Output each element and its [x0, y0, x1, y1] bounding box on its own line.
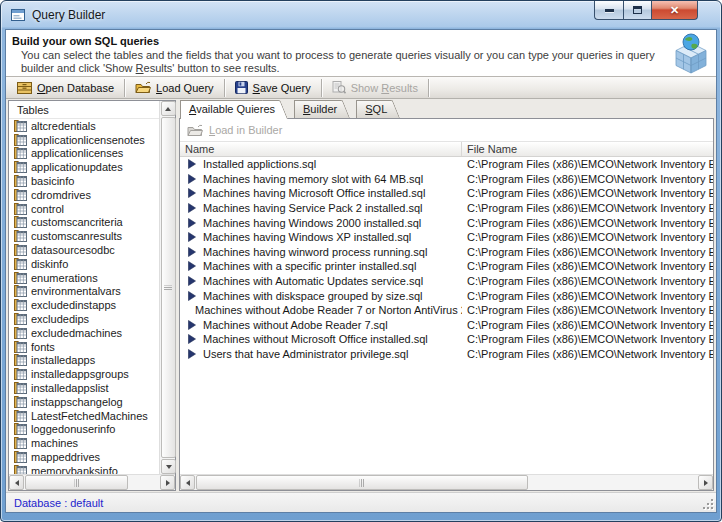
table-list-item[interactable]: control — [9, 202, 159, 216]
table-list-item[interactable]: applicationupdates — [9, 160, 159, 174]
resize-grip[interactable] — [701, 497, 713, 509]
query-row[interactable]: Machines having winword process running.… — [180, 245, 713, 260]
query-row[interactable]: Machines without Adobe Reader 7 or Norto… — [180, 303, 713, 318]
table-icon — [14, 230, 27, 242]
sidebar-vertical-scrollbar[interactable] — [159, 101, 175, 474]
tab-sql[interactable]: SQL — [356, 100, 391, 118]
table-name: applicationlicensenotes — [31, 134, 145, 146]
thumb-grip-icon — [359, 479, 364, 487]
table-list-item[interactable]: installedapps — [9, 354, 159, 368]
query-arrow-icon — [188, 334, 196, 344]
scroll-right-button[interactable] — [698, 475, 713, 490]
table-name: LatestFetchedMachines — [31, 410, 148, 422]
title-bar[interactable]: Query Builder ✕ — [1, 1, 721, 29]
query-file-path: C:\Program Files (x86)\EMCO\Network Inve… — [462, 158, 713, 170]
query-file-path: C:\Program Files (x86)\EMCO\Network Inve… — [462, 187, 713, 199]
table-list-item[interactable]: fonts — [9, 340, 159, 354]
query-row[interactable]: Machines having Windows XP installed.sql… — [180, 230, 713, 245]
show-results-button[interactable]: Show Results — [324, 78, 426, 98]
table-list-item[interactable]: basicinfo — [9, 174, 159, 188]
minimize-button[interactable] — [594, 1, 623, 20]
sidebar-hscroll-track[interactable] — [24, 475, 160, 490]
main-hscroll-track[interactable] — [195, 475, 698, 490]
query-name: Users that have Administrator privilege.… — [203, 348, 408, 360]
query-row[interactable]: Machines having Windows 2000 installed.s… — [180, 215, 713, 230]
table-list-item[interactable]: customscanresults — [9, 229, 159, 243]
tab-bar: Available Quieres Builder SQL — [179, 100, 714, 118]
table-list-item[interactable]: cdromdrives — [9, 188, 159, 202]
table-icon — [14, 437, 27, 449]
table-list-item[interactable]: machines — [9, 436, 159, 450]
database-icon — [17, 81, 32, 94]
open-database-button[interactable]: Open Database — [9, 78, 122, 98]
table-list-item[interactable]: environmentalvars — [9, 285, 159, 299]
save-query-label: Save Query — [253, 82, 311, 94]
load-query-button[interactable]: Load Query — [127, 78, 222, 98]
table-list-item[interactable]: datasourcesodbc — [9, 243, 159, 257]
table-icon — [14, 134, 27, 146]
query-arrow-icon — [188, 188, 196, 198]
query-file-path: C:\Program Files (x86)\EMCO\Network Inve… — [462, 275, 713, 287]
table-icon — [14, 285, 27, 297]
table-list-item[interactable]: instappschangelog — [9, 395, 159, 409]
table-list-item[interactable]: mappeddrives — [9, 450, 159, 464]
query-row[interactable]: Machines without Adobe Reader 7.sql C:\P… — [180, 318, 713, 333]
maximize-button[interactable] — [623, 1, 651, 20]
query-name: Installed applictions.sql — [203, 158, 316, 170]
query-arrow-icon — [188, 349, 196, 359]
table-list-item[interactable]: installedappsgroups — [9, 367, 159, 381]
save-query-button[interactable]: Save Query — [227, 78, 319, 98]
table-list-item[interactable]: applicationlicensenotes — [9, 133, 159, 147]
scroll-right-button[interactable] — [160, 475, 175, 490]
show-results-icon — [332, 81, 346, 94]
tab-available-queries[interactable]: Available Quieres — [180, 100, 279, 119]
sidebar-horizontal-scrollbar[interactable] — [9, 474, 175, 490]
table-list-item[interactable]: diskinfo — [9, 257, 159, 271]
column-header-name[interactable]: Name — [180, 142, 462, 156]
query-name: Machines having Microsoft Office install… — [203, 187, 425, 199]
tables-sidebar: Tables altcredentials — [8, 100, 176, 491]
query-row[interactable]: Machines having Microsoft Office install… — [180, 186, 713, 201]
query-row[interactable]: Machines with Automatic Updates service.… — [180, 274, 713, 289]
query-row[interactable]: Machines without Microsoft Office instal… — [180, 332, 713, 347]
query-file-path: C:\Program Files (x86)\EMCO\Network Inve… — [462, 202, 713, 214]
main-hscroll-thumb[interactable] — [196, 475, 528, 490]
thumb-grip-icon — [74, 479, 79, 487]
query-row[interactable]: Machines having Service Pack 2 installed… — [180, 201, 713, 216]
table-list-item[interactable]: customscancriteria — [9, 216, 159, 230]
table-name: applicationupdates — [31, 161, 123, 173]
scroll-left-button[interactable] — [9, 475, 24, 490]
table-icon — [14, 299, 27, 311]
query-row[interactable]: Machines with a specific printer install… — [180, 259, 713, 274]
table-list-item[interactable]: LatestFetchedMachines — [9, 409, 159, 423]
scroll-right-icon — [704, 480, 708, 486]
load-in-builder-button[interactable]: Load in Builder — [187, 124, 282, 137]
scroll-down-button[interactable] — [161, 459, 176, 474]
query-row[interactable]: Machines having memory slot with 64 MB.s… — [180, 172, 713, 187]
sidebar-vscroll-thumb[interactable] — [161, 117, 176, 458]
main-horizontal-scrollbar[interactable] — [180, 474, 713, 490]
scroll-left-button[interactable] — [180, 475, 195, 490]
query-name: Machines having Windows 2000 installed.s… — [203, 217, 421, 229]
table-list-item[interactable]: altcredentials — [9, 119, 159, 133]
query-arrow-icon — [188, 159, 196, 169]
scroll-up-button[interactable] — [161, 101, 176, 116]
query-row[interactable]: Users that have Administrator privilege.… — [180, 347, 713, 362]
query-file-path: C:\Program Files (x86)\EMCO\Network Inve… — [462, 304, 713, 316]
table-list-item[interactable]: excludedips — [9, 312, 159, 326]
sidebar-hscroll-thumb[interactable] — [25, 475, 128, 490]
table-list-item[interactable]: excludedmachines — [9, 326, 159, 340]
query-row[interactable]: Installed applictions.sql C:\Program Fil… — [180, 157, 713, 172]
query-name: Machines having winword process running.… — [203, 246, 427, 258]
tables-header: Tables — [9, 101, 159, 119]
query-row[interactable]: Machines with diskspace grouped by size.… — [180, 288, 713, 303]
table-list-item[interactable]: enumerations — [9, 271, 159, 285]
table-list-item[interactable]: memorybanksinfo — [9, 464, 159, 474]
table-list-item[interactable]: excludedinstapps — [9, 298, 159, 312]
table-list-item[interactable]: loggedonuserinfo — [9, 423, 159, 437]
table-list-item[interactable]: applicationlicenses — [9, 147, 159, 161]
close-button[interactable]: ✕ — [651, 1, 698, 20]
column-header-file-name[interactable]: File Name — [462, 142, 713, 156]
table-list-item[interactable]: installedappslist — [9, 381, 159, 395]
tab-builder[interactable]: Builder — [294, 100, 341, 118]
